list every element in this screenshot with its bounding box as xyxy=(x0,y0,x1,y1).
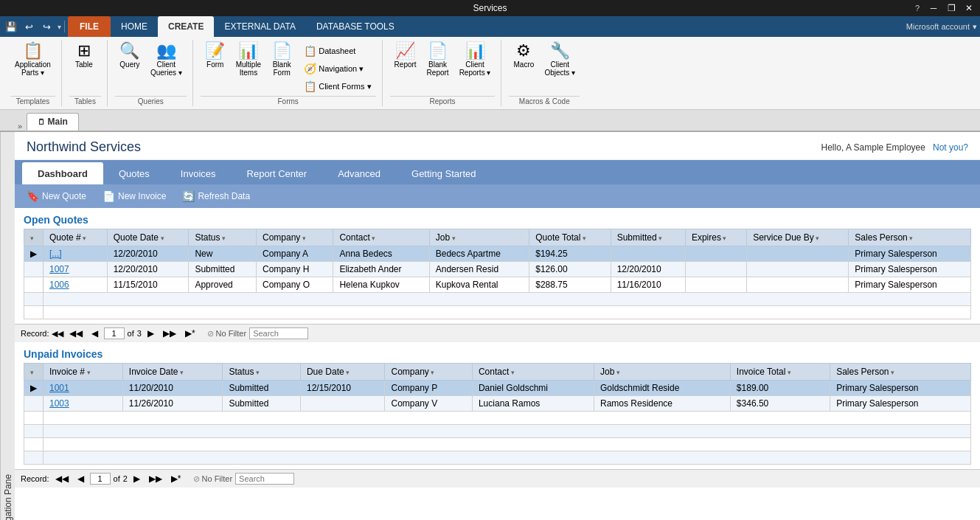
ribbon-btn-blank-form[interactable]: 📄 BlankForm xyxy=(267,40,296,80)
ribbon-btn-form[interactable]: 📝 Form xyxy=(201,40,230,80)
app-tab-getting-started[interactable]: Getting Started xyxy=(396,162,491,184)
col-sales-person[interactable]: Sales Person xyxy=(849,229,971,246)
app-tab-advanced[interactable]: Advanced xyxy=(322,162,396,184)
nav-pane-toggle-btn[interactable]: » xyxy=(18,122,22,131)
col-submitted[interactable]: Submitted xyxy=(611,229,685,246)
col-quote-date[interactable]: Quote Date xyxy=(107,229,189,246)
ribbon-tabs: FILE HOME CREATE EXTERNAL DATA DATABASE … xyxy=(68,16,405,37)
col-expires[interactable]: Expires xyxy=(685,229,746,246)
quote-id-link[interactable]: 1007 xyxy=(44,262,108,277)
nav-pane-label[interactable]: Navigation Pane xyxy=(0,132,15,520)
qat-dropdown-icon[interactable]: ▾ xyxy=(58,23,61,31)
ribbon-btn-query[interactable]: 🔍 Query xyxy=(115,40,145,72)
qat-undo-button[interactable]: ↩ xyxy=(21,18,37,35)
ribbon-tab-file[interactable]: FILE xyxy=(68,16,111,37)
quote-status: Submitted xyxy=(189,262,257,277)
app-tab-quotes[interactable]: Quotes xyxy=(103,162,165,184)
quote-id-link[interactable]: 1006 xyxy=(44,277,108,293)
col-invoice-total[interactable]: Invoice Total xyxy=(730,364,830,381)
ribbon-btn-client-reports[interactable]: 📊 ClientReports ▾ xyxy=(455,40,496,80)
account-area[interactable]: Microsoft account ▾ xyxy=(906,22,977,32)
invoice-id-link[interactable]: 1001 xyxy=(44,381,123,396)
col-inv-sales-person[interactable]: Sales Person xyxy=(830,364,971,381)
app-tab-report-center[interactable]: Report Center xyxy=(232,162,323,184)
refresh-data-button[interactable]: 🔄 Refresh Data xyxy=(178,188,254,204)
refresh-icon: 🔄 xyxy=(182,190,195,202)
ribbon-btn-client-queries[interactable]: 👥 ClientQueries ▾ xyxy=(146,40,187,80)
col-inv-contact[interactable]: Contact xyxy=(472,364,594,381)
ribbon-btn-multiple-items[interactable]: 📊 MultipleItems xyxy=(232,40,265,80)
inv-next-last-button[interactable]: ▶▶ xyxy=(146,472,165,485)
ribbon-btn-table[interactable]: ⊞ Table xyxy=(69,40,99,72)
col-quote-num[interactable]: Quote # xyxy=(44,229,108,246)
new-quote-button[interactable]: 🔖 New Quote xyxy=(22,188,91,204)
help-icon[interactable]: ? xyxy=(915,4,920,13)
record-current-input[interactable] xyxy=(104,327,125,339)
inv-prev-button[interactable]: ◀ xyxy=(74,472,87,485)
ribbon-group-macros-items: ⚙ Macro 🔧 ClientObjects ▾ xyxy=(509,40,580,94)
ribbon-tab-create[interactable]: CREATE xyxy=(158,16,214,37)
quote-status: Approved xyxy=(189,277,257,293)
close-button[interactable]: ✕ xyxy=(961,0,977,16)
not-you-link[interactable]: Not you? xyxy=(933,142,968,153)
ribbon-btn-macro[interactable]: ⚙ Macro xyxy=(509,40,538,72)
col-invoice-date[interactable]: Invoice Date xyxy=(122,364,223,381)
qat-divider xyxy=(64,21,65,32)
inv-next-button[interactable]: ▶ xyxy=(131,472,143,485)
col-invoice-num[interactable]: Invoice # xyxy=(44,364,123,381)
col-inv-company[interactable]: Company xyxy=(385,364,472,381)
quote-total: $126.00 xyxy=(529,262,611,277)
col-quote-total[interactable]: Quote Total xyxy=(529,229,611,246)
next-last-button[interactable]: ▶▶ xyxy=(160,327,179,340)
blank-report-label: BlankReport xyxy=(427,60,449,77)
inv-new-record-button[interactable]: ▶* xyxy=(168,472,184,485)
col-contact[interactable]: Contact xyxy=(333,229,429,246)
ribbon-btn-blank-report[interactable]: 📄 BlankReport xyxy=(423,40,453,80)
quote-sales: Primary Salesperson xyxy=(849,277,971,293)
ribbon-btn-datasheet[interactable]: 📋 Datasheet xyxy=(299,43,375,59)
qat-redo-button[interactable]: ↪ xyxy=(38,18,55,35)
app-tab-invoices[interactable]: Invoices xyxy=(165,162,232,184)
quote-id-link[interactable]: [...] xyxy=(44,246,108,262)
col-status[interactable]: Status xyxy=(189,229,257,246)
new-quote-label: New Quote xyxy=(42,191,86,201)
qat-save-button[interactable]: 💾 xyxy=(3,18,19,35)
app-tab-dashboard[interactable]: Dashboard xyxy=(22,162,103,184)
doc-tab-main[interactable]: 🗒 Main xyxy=(27,113,79,131)
ribbon-btn-report[interactable]: 📈 Report xyxy=(390,40,421,72)
ribbon-group-forms: 📝 Form 📊 MultipleItems 📄 BlankForm 📋 Dat… xyxy=(195,40,383,106)
col-inv-status[interactable]: Status xyxy=(223,364,301,381)
ribbon-btn-application-parts[interactable]: 📋 ApplicationParts ▾ xyxy=(10,40,55,80)
next-button[interactable]: ▶ xyxy=(145,327,157,340)
new-invoice-button[interactable]: 📄 New Invoice xyxy=(98,188,170,204)
inv-record-current-input[interactable] xyxy=(90,473,111,485)
col-inv-job[interactable]: Job xyxy=(594,364,730,381)
quotes-search-input[interactable] xyxy=(249,327,308,339)
quote-service-due xyxy=(747,246,849,262)
invoices-search-input[interactable] xyxy=(235,473,294,485)
open-quotes-title: Open Quotes xyxy=(15,208,980,229)
col-due-date[interactable]: Due Date xyxy=(300,364,385,381)
col-service-due-by[interactable]: Service Due By xyxy=(747,229,849,246)
inv-prev-first-button[interactable]: ◀◀ xyxy=(52,472,72,485)
ribbon-btn-navigation[interactable]: 🧭 Navigation ▾ xyxy=(299,60,375,77)
new-record-button[interactable]: ▶* xyxy=(182,327,198,340)
ribbon-tab-database-tools[interactable]: DATABASE TOOLS xyxy=(306,16,405,37)
quote-sales: Primary Salesperson xyxy=(849,246,971,262)
col-company[interactable]: Company xyxy=(256,229,333,246)
empty-row xyxy=(24,306,971,319)
prev-button[interactable]: ◀ xyxy=(88,327,101,340)
ribbon-tab-home[interactable]: HOME xyxy=(111,16,158,37)
ribbon-btn-client-forms[interactable]: 📋 Client Forms ▾ xyxy=(299,78,375,94)
minimize-button[interactable]: ─ xyxy=(925,0,942,16)
ribbon-btn-client-objects[interactable]: 🔧 ClientObjects ▾ xyxy=(540,40,580,80)
main-content: Northwind Services Hello, A Sample Emplo… xyxy=(15,132,980,520)
restore-button[interactable]: ❐ xyxy=(943,0,959,16)
col-job[interactable]: Job xyxy=(429,229,529,246)
invoice-contact: Daniel Goldschmi xyxy=(472,381,594,396)
multiple-items-icon: 📊 xyxy=(238,43,258,59)
prev-first-button[interactable]: ◀◀ xyxy=(66,327,86,340)
invoice-id-link[interactable]: 1003 xyxy=(44,396,123,412)
new-invoice-icon: 📄 xyxy=(102,190,115,202)
ribbon-tab-external-data[interactable]: EXTERNAL DATA xyxy=(214,16,305,37)
